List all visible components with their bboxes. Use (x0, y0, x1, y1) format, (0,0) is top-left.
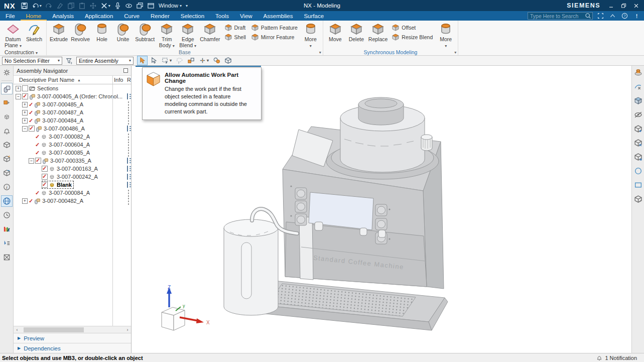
row-details-icon[interactable] (127, 93, 128, 99)
ribbon-offset[interactable]: Offset (389, 23, 435, 32)
scroll-left-icon[interactable]: ‹ (15, 327, 20, 332)
checked-mark-icon[interactable]: ✓ (35, 134, 40, 140)
tree-row-3-007-000604-a[interactable]: ✓3-007-000604_A (14, 141, 131, 149)
design-in-context-button[interactable] (212, 56, 221, 65)
chevron-down-icon[interactable]: ▾ (170, 58, 172, 63)
chevron-down-icon[interactable]: ▾ (108, 4, 110, 8)
internet-part-tab[interactable] (2, 168, 12, 178)
checked-mark-icon[interactable]: ✓ (35, 150, 40, 156)
checkbox-checked[interactable]: ✓ (42, 182, 48, 188)
checked-mark-icon[interactable]: ✓ (29, 102, 33, 107)
collapse-icon[interactable]: − (29, 158, 34, 164)
scroll-right-icon[interactable]: › (125, 327, 130, 332)
column-info[interactable]: Info (114, 77, 123, 83)
tree-row-sections[interactable]: +Sections (14, 84, 131, 92)
tree-row-3-007-000335-a[interactable]: −✓3-007-000335_A (14, 157, 131, 165)
scrollbar-thumb[interactable] (24, 327, 84, 332)
minimize-ribbon-button[interactable] (609, 13, 616, 19)
ribbon-extrude[interactable]: Extrude (48, 21, 69, 42)
circle-tool-button[interactable] (633, 166, 643, 176)
expand-icon[interactable]: + (22, 102, 28, 107)
chevron-down-icon[interactable]: ▾ (40, 4, 42, 8)
ribbon-more[interactable]: More ▾ (300, 21, 321, 49)
reuse-library-tab[interactable] (2, 140, 12, 150)
part-navigator-tab[interactable] (2, 111, 12, 122)
collapse-icon[interactable]: − (22, 126, 28, 132)
expand-icon[interactable]: + (22, 198, 28, 204)
tree-row-3-007-000405-a-order-chronol-[interactable]: −✓3-007-000405_A (Order: Chronol... (14, 92, 131, 100)
collapse-icon[interactable]: − (16, 94, 21, 99)
tree-row-3-007-000487-a[interactable]: +✓3-007-000487_A (14, 108, 131, 116)
ribbon-more[interactable]: More ▾ (435, 21, 456, 49)
shaded-view-button[interactable] (633, 95, 643, 106)
menu-tab-render[interactable]: Render (145, 11, 175, 21)
extrude-boss-button[interactable] (633, 67, 643, 78)
menu-tab-application[interactable]: Application (79, 11, 118, 21)
selection-filter-dropdown[interactable]: No Selection Filter ▾ (2, 57, 62, 65)
point-dialog-button[interactable]: ▾ (198, 56, 210, 65)
voice-command-button[interactable] (114, 2, 121, 10)
checkbox-checked[interactable]: ✓ (22, 93, 28, 99)
show-hide-button[interactable] (633, 109, 643, 120)
ribbon-resize-blend[interactable]: Resize Blend (389, 32, 435, 42)
menu-tab-view[interactable]: View (234, 11, 258, 21)
dependencies-section[interactable]: ▶ Dependencies (14, 343, 131, 353)
ribbon-hole[interactable]: Hole (91, 21, 112, 42)
command-search[interactable] (528, 12, 593, 20)
group-label-synchronous-modeling[interactable]: Synchronous Modeling▾ (325, 49, 456, 55)
menu-tab-selection[interactable]: Selection (175, 11, 210, 21)
menu-tab-tools[interactable]: Tools (210, 11, 234, 21)
row-details-icon[interactable] (127, 158, 128, 164)
ribbon-unite[interactable]: Unite (112, 21, 134, 42)
checked-mark-icon[interactable]: ✓ (29, 110, 33, 115)
ribbon-mirror-feature[interactable]: Mirror Feature (248, 32, 300, 42)
qat-customize-icon[interactable]: ▾ (186, 4, 188, 8)
constraint-navigator-tab[interactable] (2, 97, 12, 108)
tree-row-3-007-000163-a[interactable]: ✓3-007-000163_A (14, 165, 131, 173)
selection-scope-dropdown[interactable]: Entire Assembly ▾ (76, 57, 134, 65)
part-tools-button[interactable] (633, 194, 643, 204)
checked-mark-icon[interactable]: ✓ (35, 190, 40, 196)
visual-reports-tab[interactable] (2, 224, 12, 234)
help-button[interactable]: ? (621, 13, 628, 19)
menu-tab-home[interactable]: Home (21, 11, 47, 21)
work-part-button[interactable] (223, 56, 233, 65)
move-component-button[interactable] (633, 124, 643, 134)
tree-row-3-007-000085-a[interactable]: ✓3-007-000085_A (14, 149, 131, 157)
minimize-button[interactable] (608, 3, 614, 9)
expand-icon[interactable]: + (22, 118, 28, 124)
group-label-construction[interactable]: Construction ▾ (3, 49, 45, 55)
cascade-windows-button[interactable] (136, 2, 144, 10)
menu-tab-assemblies[interactable]: Assemblies (258, 11, 299, 21)
ribbon-subtract[interactable]: Subtract (134, 21, 156, 42)
tree-row-3-007-000084-a[interactable]: ✓3-007-000084_A (14, 189, 131, 197)
ribbon-shell[interactable]: Shell (222, 32, 248, 42)
row-details-icon[interactable] (127, 182, 128, 188)
search-icon[interactable] (585, 13, 591, 19)
checkbox-checked[interactable]: ✓ (42, 166, 48, 172)
menu-tab-surface[interactable]: Surface (298, 11, 329, 21)
window-menu[interactable]: Window ▾ ▾ (159, 3, 188, 9)
delete-button[interactable]: ▾ (100, 2, 110, 10)
tree-row-3-007-000482-a[interactable]: +✓3-007-000482_A (14, 197, 131, 205)
tree-row-3-007-000484-a[interactable]: +✓3-007-000484_A (14, 116, 131, 125)
save-button[interactable] (21, 2, 28, 10)
selection-list-tab[interactable] (2, 238, 12, 249)
menu-tab-curve[interactable]: Curve (118, 11, 145, 21)
expand-icon[interactable]: + (22, 110, 28, 115)
restore-button[interactable] (621, 3, 626, 9)
ribbon-pattern-feature[interactable]: Pattern Feature (248, 23, 300, 32)
search-input[interactable] (530, 13, 585, 19)
checkbox-checked[interactable]: ✓ (42, 174, 48, 180)
orientation-triad[interactable]: y Z X (157, 284, 212, 332)
ribbon-chamfer[interactable]: Chamfer (198, 21, 221, 42)
ribbon-delete[interactable]: Delete (346, 21, 367, 42)
column-descriptive-part-name[interactable]: Descriptive Part Name (14, 77, 74, 83)
tree-row-3-007-000242-a[interactable]: ✓3-007-000242_A (14, 173, 131, 181)
menu-tab-file[interactable]: File (0, 11, 21, 21)
ribbon-edgeblend[interactable]: EdgeBlend ▾ (177, 21, 198, 49)
undo-button[interactable]: ▾ (32, 2, 42, 10)
column-r[interactable]: R (127, 77, 131, 83)
alerts-button[interactable]: ! (633, 13, 640, 19)
notification-area[interactable]: 1 Notification (596, 354, 637, 361)
